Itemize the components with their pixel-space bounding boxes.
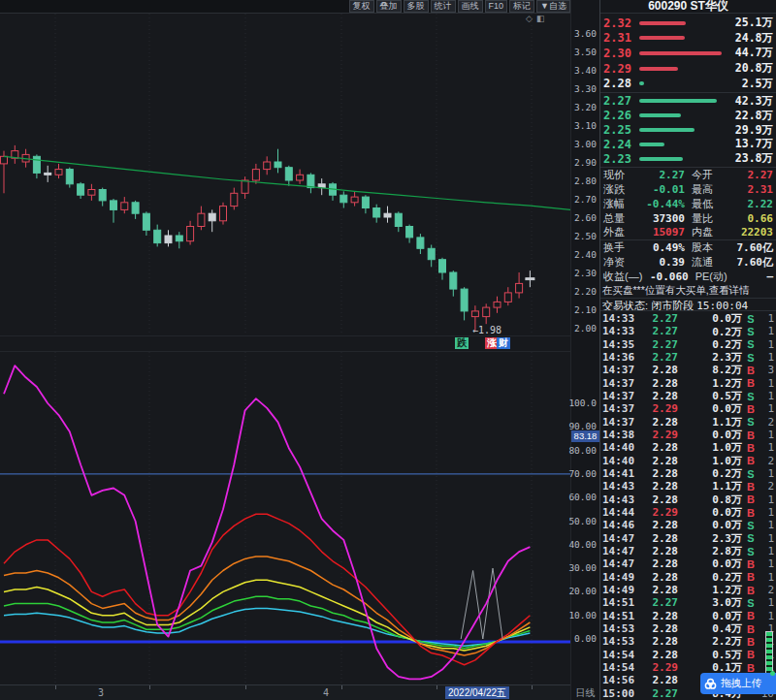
trade-time: 14:56 (602, 674, 637, 686)
news-ticker[interactable]: 在买盘***位置有大买单,查看详情 (600, 283, 776, 297)
ask-row[interactable]: 2.2920.8万 (600, 61, 776, 77)
indicator-tick: 80.00 (568, 445, 597, 456)
trade-time: 14:33 (602, 325, 637, 337)
orderbook-bar-wrap (636, 67, 725, 71)
trade-row: 14:332.270.0万S1 (600, 312, 776, 325)
orderbook-volume-bar (639, 157, 683, 161)
quote-label: 净资 (603, 255, 625, 270)
candlestick-chart[interactable] (0, 14, 570, 335)
trade-count: 1 (760, 506, 774, 519)
trade-price: 2.28 (637, 610, 678, 622)
trade-price: 2.28 (637, 480, 678, 493)
trade-side: S (742, 468, 760, 480)
trade-price: 2.28 (637, 519, 678, 531)
trade-time: 14:44 (602, 506, 637, 519)
drag-upload-overlay[interactable]: 拖拽上传 (700, 673, 776, 694)
toolbar-button[interactable]: 复权 (349, 0, 374, 13)
price-tick: 2.80 (574, 175, 597, 186)
trade-time: 14:37 (602, 390, 637, 402)
ask-row[interactable]: 2.3044.7万 (600, 46, 776, 61)
trade-side: B (742, 636, 760, 648)
quote-value: 0.49% (625, 241, 685, 254)
trade-time: 14:38 (602, 429, 637, 441)
price-tick: 2.30 (574, 268, 597, 278)
trade-side: S (742, 532, 760, 544)
toolbar-button[interactable]: 统计 (431, 0, 456, 13)
quote-label: 涨幅 (603, 197, 625, 211)
month-label: 4 (323, 687, 329, 698)
orderbook-volume: 24.8万 (725, 31, 773, 46)
indicator-panel[interactable] (0, 351, 570, 685)
bid-row[interactable]: 2.2742.3万 (600, 94, 776, 109)
ask-row[interactable]: 2.3225.1万 (600, 16, 776, 31)
toolbar-button[interactable]: 画线 (458, 0, 483, 13)
trade-side: B (742, 585, 760, 596)
quote-label: 总量 (603, 211, 625, 226)
indicator-chart[interactable] (0, 352, 570, 685)
trade-count: 1 (760, 596, 774, 609)
orderbook-volume: 2.5万 (725, 77, 773, 91)
trade-time: 14:49 (602, 571, 637, 584)
orderbook-divider (600, 92, 776, 93)
trade-side: S (742, 313, 760, 325)
trade-time: 14:53 (602, 622, 637, 635)
trade-time: 14:37 (602, 377, 637, 390)
online-dot (770, 671, 775, 676)
event-badge-财[interactable]: 财 (497, 337, 510, 349)
trade-count: 1 (760, 610, 774, 622)
event-badge-跌[interactable]: 跌 (455, 337, 469, 349)
period-label[interactable]: 日线 (571, 686, 599, 700)
trade-count: 1 (760, 467, 774, 480)
trade-row: 14:442.290.0万B1 (600, 506, 776, 519)
trade-side: B (742, 481, 760, 493)
trade-side: S (742, 416, 760, 428)
trade-row: 14:402.281.0万B1 (600, 441, 776, 454)
toolbar-button[interactable]: 叠加 (376, 0, 402, 13)
trade-time: 14:51 (602, 610, 637, 622)
trade-side: B (742, 365, 760, 376)
quote-value: — (728, 270, 773, 283)
orderbook-volume-bar (639, 99, 717, 103)
trade-count: 1 (760, 390, 774, 402)
trade-side: S (742, 391, 760, 402)
toolbar-button[interactable]: 标记 (509, 0, 534, 13)
trade-price: 2.29 (637, 402, 678, 415)
price-tick: 2.60 (574, 212, 597, 223)
trade-side: B (742, 623, 760, 635)
trade-count: 1 (760, 429, 774, 441)
orderbook-volume-bar (639, 113, 681, 117)
trade-time: 14:47 (602, 545, 637, 557)
bid-list: 2.2742.3万2.2622.8万2.2529.9万2.2413.7万2.23… (600, 94, 776, 166)
trade-side: B (742, 493, 760, 505)
trade-price: 2.27 (637, 351, 678, 364)
toolbar-button[interactable]: ▼自选 (536, 0, 570, 13)
bid-row[interactable]: 2.2622.8万 (600, 109, 776, 123)
price-tick: 3.40 (574, 65, 597, 76)
orderbook-price: 2.26 (603, 109, 636, 122)
indicator-tick: 60.00 (568, 492, 597, 502)
trade-row: 14:472.282.3万S1 (600, 532, 776, 545)
candlestick-panel[interactable]: ←1.98 跌涨财 (0, 14, 570, 336)
toolbar-button[interactable]: 多股 (404, 0, 429, 13)
trade-price: 2.28 (637, 649, 678, 661)
ask-row[interactable]: 2.3124.8万 (600, 31, 776, 47)
orderbook-volume: 42.3万 (725, 94, 773, 109)
quote-value: -0.01 (625, 183, 685, 196)
bid-row[interactable]: 2.2413.7万 (600, 137, 776, 151)
bid-row[interactable]: 2.2323.8万 (600, 151, 776, 166)
trade-count: 1 (760, 377, 774, 390)
trade-time: 14:36 (602, 351, 637, 364)
orderbook-price: 2.30 (603, 47, 636, 60)
toolbar: 复权叠加多股统计画线F10标记▼自选 (0, 0, 570, 14)
ask-row[interactable]: 2.282.5万 (600, 76, 776, 91)
orderbook-price: 2.24 (603, 138, 636, 151)
trade-time: 14:43 (602, 480, 637, 493)
quote-label: 涨跌 (603, 182, 625, 197)
axis-tick-mark (341, 685, 342, 689)
trade-price: 2.28 (637, 455, 678, 467)
quote-label: 收益(—) (603, 270, 642, 284)
bid-row[interactable]: 2.2529.9万 (600, 123, 776, 138)
toolbar-button[interactable]: F10 (485, 0, 508, 13)
trade-side: B (742, 442, 760, 454)
price-tick: 3.20 (574, 102, 597, 112)
